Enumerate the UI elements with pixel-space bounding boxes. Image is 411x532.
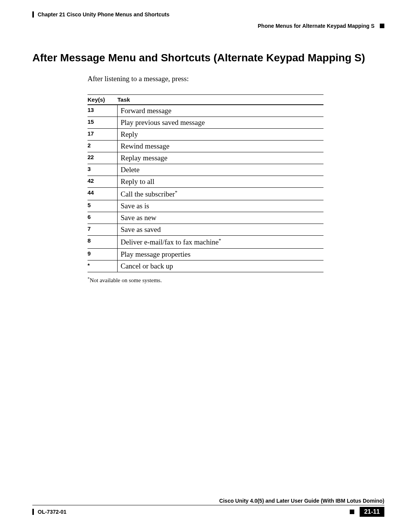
key-cell: 44 (88, 188, 118, 200)
doc-id: OL-7372-01 (38, 509, 66, 515)
task-cell: Reply (118, 129, 324, 141)
key-cell: 6 (88, 212, 118, 224)
table-row: 8Deliver e-mail/fax to fax machine* (88, 236, 323, 248)
table-row: 7Save as saved (88, 224, 323, 236)
footer-square-icon (350, 510, 354, 514)
running-header: Chapter 21 Cisco Unity Phone Menus and S… (32, 11, 384, 18)
table-row: 15Play previous saved message (88, 117, 323, 129)
key-cell: * (88, 260, 118, 272)
footer-guide: Cisco Unity 4.0(5) and Later User Guide … (32, 498, 384, 505)
key-cell: 42 (88, 176, 118, 188)
table-row: 44Call the subscriber* (88, 188, 323, 200)
table-row: 2Rewind message (88, 141, 323, 152)
key-cell: 8 (88, 236, 118, 248)
table-footnote: *Not available on some systems. (88, 276, 323, 284)
task-cell: Reply to all (118, 176, 324, 188)
footer-bar-icon (32, 509, 34, 515)
key-cell: 13 (88, 105, 118, 117)
key-cell: 17 (88, 129, 118, 141)
header-bar-icon (32, 11, 34, 18)
table-row: 17Reply (88, 129, 323, 141)
section-label: Phone Menus for Alternate Keypad Mapping… (258, 23, 374, 29)
table-row: 42Reply to all (88, 176, 323, 188)
document-page: Chapter 21 Cisco Unity Phone Menus and S… (0, 0, 411, 532)
section-header-row: Phone Menus for Alternate Keypad Mapping… (32, 23, 384, 29)
key-cell: 3 (88, 164, 118, 176)
task-cell: Forward message (118, 105, 324, 117)
shortcut-table: Key(s) Task 13Forward message15Play prev… (88, 94, 323, 272)
task-cell: Deliver e-mail/fax to fax machine* (118, 236, 324, 248)
task-cell: Save as new (118, 212, 324, 224)
asterisk-marker: * (175, 189, 177, 195)
task-cell: Delete (118, 164, 324, 176)
task-cell: Play previous saved message (118, 117, 324, 129)
task-cell: Replay message (118, 152, 324, 164)
page-number: 21-11 (360, 507, 384, 517)
task-cell: Save as is (118, 200, 324, 212)
shortcut-table-wrap: Key(s) Task 13Forward message15Play prev… (88, 94, 323, 284)
key-cell: 15 (88, 117, 118, 129)
table-row: 5Save as is (88, 200, 323, 212)
key-cell: 9 (88, 248, 118, 260)
table-row: 6Save as new (88, 212, 323, 224)
col-header-task: Task (118, 95, 324, 105)
key-cell: 7 (88, 224, 118, 236)
task-cell: Cancel or back up (118, 260, 324, 272)
table-row: 9Play message properties (88, 248, 323, 260)
page-footer: Cisco Unity 4.0(5) and Later User Guide … (32, 498, 384, 517)
task-cell: Save as saved (118, 224, 324, 236)
asterisk-marker: * (218, 237, 221, 243)
footer-left: OL-7372-01 (32, 509, 66, 515)
intro-text: After listening to a message, press: (88, 75, 384, 83)
key-cell: 2 (88, 141, 118, 152)
key-cell: 22 (88, 152, 118, 164)
task-cell: Rewind message (118, 141, 324, 152)
table-row: 3Delete (88, 164, 323, 176)
footnote-text: Not available on some systems. (90, 277, 162, 283)
square-marker-icon (380, 24, 384, 28)
page-title: After Message Menu and Shortcuts (Altern… (32, 52, 384, 64)
footer-right: 21-11 (350, 507, 384, 517)
task-cell: Call the subscriber* (118, 188, 324, 200)
col-header-keys: Key(s) (88, 95, 118, 105)
task-cell: Play message properties (118, 248, 324, 260)
table-row: 22Replay message (88, 152, 323, 164)
table-row: 13Forward message (88, 105, 323, 117)
chapter-label: Chapter 21 Cisco Unity Phone Menus and S… (38, 11, 169, 18)
key-cell: 5 (88, 200, 118, 212)
table-row: *Cancel or back up (88, 260, 323, 272)
